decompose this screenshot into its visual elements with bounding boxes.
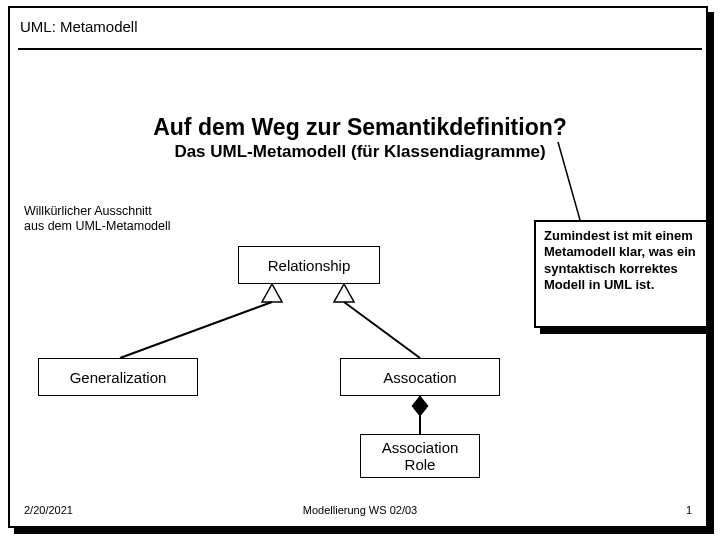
- slide-title: Auf dem Weg zur Semantikdefinition?: [10, 114, 710, 141]
- slide-subtitle: Das UML-Metamodell (für Klassendiagramme…: [10, 142, 710, 162]
- edge-relationship-to-association: [344, 302, 420, 358]
- header-rule: [18, 48, 702, 50]
- triangle-arrowhead-right: [334, 284, 354, 302]
- uml-label-generalization: Generalization: [70, 369, 167, 386]
- uml-label-association-role-line2: Role: [382, 456, 459, 473]
- excerpt-note-line2: aus dem UML-Metamodell: [24, 219, 171, 234]
- uml-box-association-role: Association Role: [360, 434, 480, 478]
- uml-box-relationship: Relationship: [238, 246, 380, 284]
- footer-center: Modellierung WS 02/03: [10, 504, 710, 516]
- triangle-arrowhead-left: [262, 284, 282, 302]
- excerpt-note-line1: Willkürlicher Ausschnitt: [24, 204, 171, 219]
- footer-page-number: 1: [686, 504, 692, 516]
- uml-label-association-role-line1: Association: [382, 439, 459, 456]
- slide-frame: UML: Metamodell Auf dem Weg zur Semantik…: [8, 6, 708, 528]
- composition-diamond: [412, 396, 428, 416]
- uml-box-association: Assocation: [340, 358, 500, 396]
- callout-note: Zumindest ist mit einem Metamodell klar,…: [534, 220, 708, 328]
- uml-label-relationship: Relationship: [268, 257, 351, 274]
- uml-label-association: Assocation: [383, 369, 456, 386]
- edge-relationship-to-generalization: [120, 302, 272, 358]
- excerpt-note: Willkürlicher Ausschnitt aus dem UML-Met…: [24, 204, 171, 234]
- uml-box-generalization: Generalization: [38, 358, 198, 396]
- callout-text: Zumindest ist mit einem Metamodell klar,…: [544, 228, 696, 292]
- header-label: UML: Metamodell: [20, 18, 138, 35]
